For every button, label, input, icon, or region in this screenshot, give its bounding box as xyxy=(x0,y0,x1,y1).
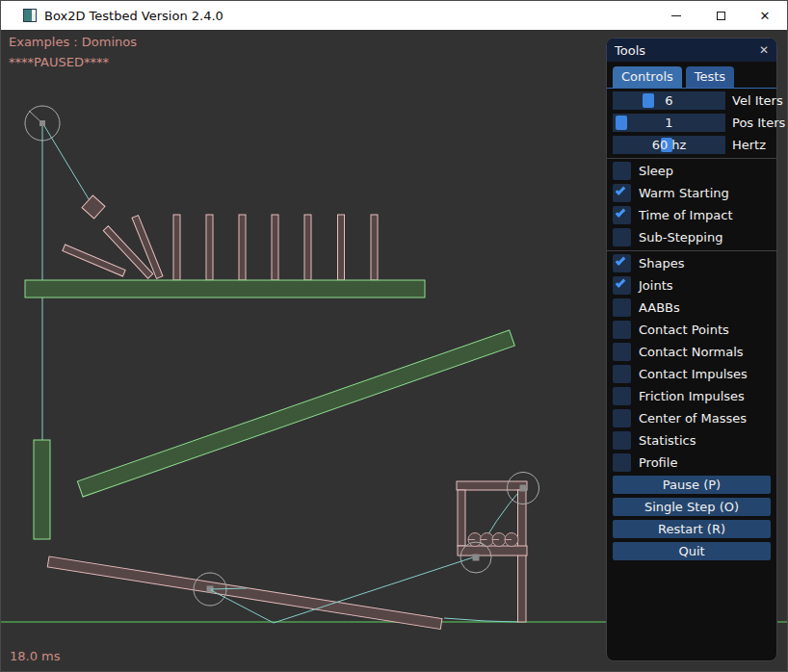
rope-joint-diagonal xyxy=(43,124,93,207)
slider-label: Pos Iters xyxy=(732,114,785,132)
domino xyxy=(206,215,213,280)
app-icon xyxy=(23,9,37,22)
separator xyxy=(607,158,776,159)
checkbox-statistics[interactable]: Statistics xyxy=(613,431,771,450)
domino xyxy=(371,215,378,280)
app-window: Box2D Testbed Version 2.4.0 ✕ xyxy=(0,0,788,672)
checkbox-contact-normals[interactable]: Contact Normals xyxy=(613,343,771,361)
anchor-square xyxy=(473,555,480,561)
separator xyxy=(607,250,776,251)
tools-panel: Tools ✕ Controls Tests 6 Vel Iters xyxy=(606,38,777,661)
ramp xyxy=(77,330,514,497)
minimize-icon xyxy=(671,15,681,16)
pause-button[interactable]: Pause (P) xyxy=(613,476,771,494)
checkbox-shapes[interactable]: Shapes xyxy=(613,254,771,272)
restart-button[interactable]: Restart (R) xyxy=(613,520,771,538)
close-button[interactable]: ✕ xyxy=(743,1,787,30)
checkbox-friction-impulses[interactable]: Friction Impulses xyxy=(613,387,771,405)
checkmark-icon xyxy=(616,277,626,288)
checkbox-contact-points[interactable]: Contact Points xyxy=(613,321,771,339)
domino-platform xyxy=(25,280,425,297)
checkbox-center-of-masses[interactable]: Center of Masses xyxy=(613,409,771,427)
anchor-square xyxy=(520,485,527,492)
see-saw-plank xyxy=(47,556,442,629)
checkbox-joints[interactable]: Joints xyxy=(613,276,771,295)
domino xyxy=(239,215,246,280)
slider-label: Hertz xyxy=(732,136,766,154)
domino xyxy=(173,215,180,280)
panel-close-icon[interactable]: ✕ xyxy=(759,44,769,56)
tab-tests[interactable]: Tests xyxy=(686,66,734,88)
swinging-box xyxy=(82,195,105,219)
hertz-slider[interactable]: 60 hz xyxy=(613,136,725,154)
tools-panel-title: Tools xyxy=(615,43,645,58)
tab-bar: Controls Tests xyxy=(607,66,776,89)
checkmark-icon xyxy=(616,185,626,195)
maximize-icon xyxy=(717,12,725,20)
tab-controls[interactable]: Controls xyxy=(613,66,682,88)
single-step-button[interactable]: Single Step (O) xyxy=(613,498,771,516)
checkbox-sub-stepping[interactable]: Sub-Stepping xyxy=(613,228,771,246)
simulation-canvas[interactable]: Examples : Dominos ****PAUSED**** 18.0 m… xyxy=(1,30,787,672)
paused-label: ****PAUSED**** xyxy=(9,55,109,69)
checkbox-profile[interactable]: Profile xyxy=(613,453,771,472)
minimize-button[interactable] xyxy=(654,1,698,30)
quit-button[interactable]: Quit xyxy=(613,542,771,560)
checkbox-time-of-impact[interactable]: Time of Impact xyxy=(613,206,771,224)
slider-value: 1 xyxy=(613,114,725,132)
checkbox-warm-starting[interactable]: Warm Starting xyxy=(613,184,771,202)
vel-iters-row: 6 Vel Iters xyxy=(613,91,771,110)
pos-iters-row: 1 Pos Iters xyxy=(613,114,771,132)
domino-fallen-1 xyxy=(63,245,125,276)
maximize-button[interactable] xyxy=(698,1,743,30)
vel-iters-slider[interactable]: 6 xyxy=(613,91,725,110)
anchor-square xyxy=(39,120,45,126)
slider-label: Vel Iters xyxy=(732,91,783,110)
close-icon: ✕ xyxy=(760,10,771,22)
domino xyxy=(304,215,311,280)
tools-panel-titlebar[interactable]: Tools ✕ xyxy=(607,39,776,62)
checkmark-icon xyxy=(616,207,626,218)
vertical-green-box xyxy=(34,440,50,539)
slider-value: 60 hz xyxy=(613,136,725,154)
window-titlebar: Box2D Testbed Version 2.4.0 ✕ xyxy=(1,1,787,30)
domino xyxy=(338,215,345,280)
pos-iters-slider[interactable]: 1 xyxy=(613,114,725,132)
checkbox-contact-impulses[interactable]: Contact Impulses xyxy=(613,365,771,383)
frame-time-label: 18.0 ms xyxy=(10,649,61,663)
cradle-balls xyxy=(468,533,518,547)
slider-value: 6 xyxy=(613,91,725,110)
checkmark-icon xyxy=(616,255,626,266)
checkbox-aabbs[interactable]: AABBs xyxy=(613,298,771,317)
example-label: Examples : Dominos xyxy=(9,35,137,49)
hertz-row: 60 hz Hertz xyxy=(613,136,771,154)
domino xyxy=(272,215,278,280)
window-title: Box2D Testbed Version 2.4.0 xyxy=(44,9,223,23)
checkbox-sleep[interactable]: Sleep xyxy=(613,162,771,180)
